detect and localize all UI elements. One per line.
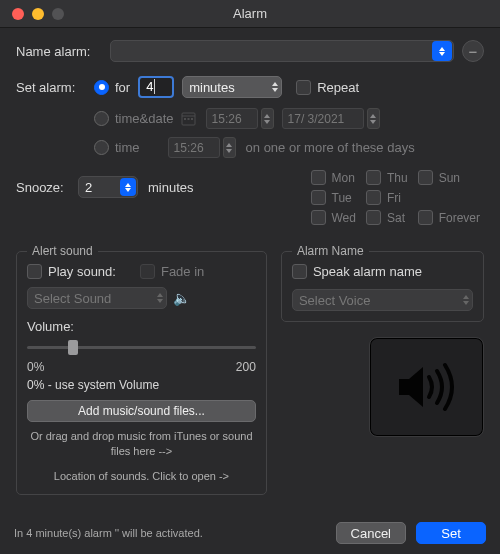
for-value-input[interactable]: 4​: [138, 76, 174, 98]
alarm-name-title: Alarm Name: [292, 244, 369, 258]
voice-select[interactable]: Select Voice: [292, 289, 473, 311]
status-text: In 4 minute(s) alarm '' will be activate…: [14, 527, 203, 539]
speaker-icon: [395, 361, 459, 413]
set-button[interactable]: Set: [416, 522, 486, 544]
snooze-select[interactable]: 2: [78, 176, 138, 198]
svg-rect-5: [191, 118, 193, 120]
days-hint: on one or more of these days: [246, 140, 415, 155]
day-mon-checkbox[interactable]: [311, 170, 326, 185]
fade-in-label: Fade in: [161, 264, 204, 279]
snooze-value: 2: [85, 180, 92, 195]
speak-label: Speak alarm name: [313, 264, 422, 279]
sys-volume-note: 0% - use system Volume: [27, 378, 256, 392]
day-tue-label: Tue: [332, 191, 352, 205]
alarm-name-group: Alarm Name Speak alarm name Select Voice: [281, 251, 484, 322]
volume-slider[interactable]: [27, 338, 256, 356]
titlebar: Alarm: [0, 0, 500, 28]
remove-name-button[interactable]: −: [462, 40, 484, 62]
name-alarm-combobox[interactable]: [110, 40, 454, 62]
day-thu-checkbox[interactable]: [366, 170, 381, 185]
preview-area[interactable]: [369, 337, 484, 437]
radio-for[interactable]: [94, 80, 109, 95]
alert-sound-group: Alert sound Play sound: Fade in Select S…: [16, 251, 267, 495]
svg-rect-3: [184, 118, 186, 120]
preview-sound-icon[interactable]: 🔈: [173, 290, 190, 306]
play-sound-label: Play sound:: [48, 264, 116, 279]
fade-in-checkbox[interactable]: [140, 264, 155, 279]
snooze-unit: minutes: [148, 180, 194, 195]
repeat-checkbox[interactable]: [296, 80, 311, 95]
day-fri-label: Fri: [387, 191, 401, 205]
cancel-button[interactable]: Cancel: [336, 522, 406, 544]
set-alarm-label: Set alarm:: [16, 80, 94, 95]
volume-min: 0%: [27, 360, 44, 374]
day-forever-checkbox[interactable]: [418, 210, 433, 225]
timedate-date-field[interactable]: 17/ 3/2021: [282, 108, 364, 129]
voice-select-value: Select Voice: [299, 293, 371, 308]
name-alarm-dropdown-button[interactable]: [432, 41, 452, 61]
repeat-label: Repeat: [317, 80, 359, 95]
timedate-time-stepper[interactable]: [261, 108, 274, 129]
day-sat-label: Sat: [387, 211, 405, 225]
day-fri-checkbox[interactable]: [366, 190, 381, 205]
radio-timedate-label: time&date: [115, 111, 174, 126]
day-sat-checkbox[interactable]: [366, 210, 381, 225]
day-wed-label: Wed: [332, 211, 356, 225]
svg-rect-4: [187, 118, 189, 120]
snooze-dropdown-button[interactable]: [120, 178, 136, 196]
day-sun-checkbox[interactable]: [418, 170, 433, 185]
day-forever-label: Forever: [439, 211, 480, 225]
volume-label: Volume:: [27, 319, 256, 334]
day-mon-label: Mon: [332, 171, 355, 185]
for-unit-select[interactable]: minutes: [182, 76, 282, 98]
radio-time-label: time: [115, 140, 140, 155]
time-stepper[interactable]: [223, 137, 236, 158]
sound-select-value: Select Sound: [34, 291, 111, 306]
alert-sound-title: Alert sound: [27, 244, 98, 258]
radio-time[interactable]: [94, 140, 109, 155]
volume-slider-thumb[interactable]: [68, 340, 78, 355]
add-music-button[interactable]: Add music/sound files...: [27, 400, 256, 422]
timedate-time-field[interactable]: 15:26: [206, 108, 258, 129]
radio-timedate[interactable]: [94, 111, 109, 126]
day-tue-checkbox[interactable]: [311, 190, 326, 205]
day-wed-checkbox[interactable]: [311, 210, 326, 225]
volume-max: 200: [236, 360, 256, 374]
for-unit-value: minutes: [189, 80, 235, 95]
radio-for-label: for: [115, 80, 130, 95]
play-sound-checkbox[interactable]: [27, 264, 42, 279]
location-hint[interactable]: Location of sounds. Click to open ->: [27, 469, 256, 484]
day-sun-label: Sun: [439, 171, 460, 185]
drag-hint: Or drag and drop music from iTunes or so…: [27, 429, 256, 459]
window-title: Alarm: [0, 6, 500, 21]
snooze-label: Snooze:: [16, 180, 78, 195]
calendar-icon: [181, 111, 196, 126]
time-field[interactable]: 15:26: [168, 137, 220, 158]
day-thu-label: Thu: [387, 171, 408, 185]
sound-select[interactable]: Select Sound: [27, 287, 167, 309]
speak-checkbox[interactable]: [292, 264, 307, 279]
timedate-date-stepper[interactable]: [367, 108, 380, 129]
name-alarm-label: Name alarm:: [16, 44, 110, 59]
